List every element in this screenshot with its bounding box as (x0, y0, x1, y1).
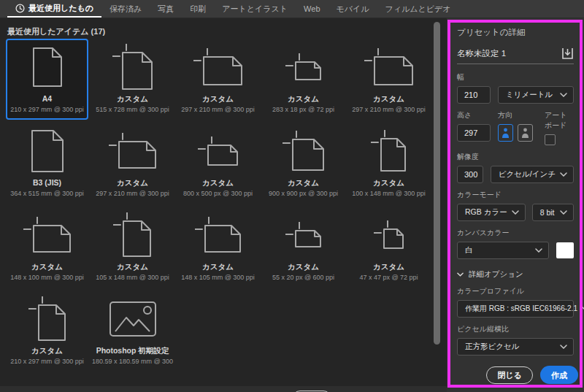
preset-item[interactable]: カスタム900 x 900 px @ 300 ppi (262, 123, 345, 204)
tab-mobile[interactable]: モバイル (328, 0, 377, 18)
color-mode-value: RGB カラー (465, 207, 507, 218)
document-cropmarks-icon (7, 208, 87, 262)
tab-web[interactable]: Web (296, 0, 328, 18)
clock-icon (15, 4, 25, 13)
resolution-unit-dropdown[interactable]: ピクセル/インチ (491, 166, 574, 183)
orientation-landscape-button[interactable] (518, 124, 533, 142)
document-cropmarks-icon (7, 292, 87, 346)
tab-film-video[interactable]: フィルムとビデオ (377, 0, 459, 18)
tab-print[interactable]: 印刷 (182, 0, 214, 18)
document-cropmarks-icon (93, 208, 172, 262)
preset-item[interactable]: カスタム148 x 105 mm @ 300 ppi (177, 207, 259, 288)
tab-label: モバイル (337, 4, 369, 15)
preset-item[interactable]: カスタム297 x 210 mm @ 300 ppi (91, 123, 174, 204)
preset-item-dimensions: 800 x 500 px @ 300 ppi (183, 190, 253, 197)
preset-item[interactable]: カスタム800 x 500 px @ 300 ppi (177, 123, 259, 204)
pixel-ratio-label: ピクセル縦横比 (457, 324, 574, 334)
chevron-down-icon (560, 172, 567, 177)
tab-label: フィルムとビデオ (385, 4, 451, 15)
advanced-options-toggle[interactable]: 詳細オプション (457, 269, 574, 280)
tab-label: 写真 (158, 4, 174, 15)
orientation-label: 方向 (498, 110, 533, 120)
resolution-label: 解像度 (457, 152, 574, 162)
preset-item[interactable]: カスタム297 x 210 mm @ 300 ppi (177, 39, 259, 120)
recent-items-header: 最近使用したアイテム (17) (7, 26, 105, 37)
preset-item-dimensions: 297 x 210 mm @ 300 ppi (352, 106, 426, 113)
document-icon (7, 40, 87, 94)
preset-item-name: カスタム (202, 262, 234, 272)
advanced-options-label: 詳細オプション (469, 269, 523, 280)
artboard-checkbox[interactable] (545, 134, 556, 145)
tab-saved[interactable]: 保存済み (101, 0, 150, 18)
preset-item[interactable]: カスタム515 x 728 mm @ 300 ppi (91, 39, 174, 120)
panel-title: プリセットの詳細 (457, 27, 574, 38)
preset-item-name: Photoshop 初期設定 (96, 346, 169, 356)
preset-item-dimensions: 297 x 210 mm @ 300 ppi (96, 190, 169, 197)
chevron-down-icon (512, 210, 519, 215)
color-mode-dropdown[interactable]: RGB カラー (457, 204, 526, 221)
preset-item-dimensions: 148 x 100 mm @ 300 ppi (10, 274, 84, 281)
height-input[interactable]: 297 (457, 124, 491, 142)
orientation-portrait-button[interactable] (498, 124, 513, 142)
pixel-ratio-dropdown[interactable]: 正方形ピクセル (457, 338, 574, 356)
document-cropmarks-icon (178, 124, 258, 178)
color-profile-dropdown[interactable]: 作業用 RGB : sRGB IEC61966-2.1 (457, 300, 574, 318)
preset-item[interactable]: カスタム105 x 148 mm @ 300 ppi (91, 207, 174, 288)
preset-item-name: カスタム (373, 178, 404, 188)
vertical-scrollbar[interactable] (434, 22, 440, 345)
pixel-ratio-value: 正方形ピクセル (465, 342, 519, 352)
preset-item-dimensions: 105 x 148 mm @ 300 ppi (96, 274, 169, 281)
document-cropmarks-icon (264, 40, 343, 94)
portrait-figure-icon (502, 128, 510, 138)
preset-item-dimensions: 297 x 210 mm @ 300 ppi (181, 106, 255, 113)
document-cropmarks-icon (178, 208, 258, 262)
save-preset-icon[interactable] (561, 47, 574, 59)
preset-item-dimensions: 900 x 900 px @ 300 ppi (269, 190, 338, 197)
tab-label: 保存済み (110, 4, 142, 15)
preset-item-name: カスタム (31, 262, 63, 272)
preset-item-name: カスタム (288, 94, 319, 104)
document-icon (7, 124, 87, 178)
close-button[interactable]: 閉じる (486, 366, 533, 384)
preset-item-dimensions: 515 x 728 mm @ 300 ppi (96, 106, 169, 113)
document-cropmarks-icon (93, 40, 172, 94)
canvas-color-dropdown[interactable]: 白 (457, 242, 549, 259)
create-button[interactable]: 作成 (540, 366, 578, 384)
tab-label: 最近使用したもの (28, 3, 93, 14)
document-cropmarks-icon (349, 208, 429, 262)
preset-item[interactable]: Photoshop 初期設定180.59 x 180.59 mm @ 300 (91, 291, 174, 372)
preset-item[interactable]: A4210 x 297 mm @ 300 ppi (6, 39, 88, 120)
preset-item-dimensions: 364 x 515 mm @ 300 ppi (10, 190, 84, 197)
artboard-label: アートボード (545, 110, 574, 131)
preset-item[interactable]: カスタム55 x 20 px @ 600 ppi (262, 207, 345, 288)
preset-item[interactable]: カスタム283 x 18 px @ 72 ppi (262, 39, 345, 120)
canvas-color-label: カンバスカラー (457, 228, 574, 238)
preset-item-dimensions: 180.59 x 180.59 mm @ 300 (92, 358, 173, 365)
preset-item-dimensions: 55 x 20 px @ 600 ppi (272, 274, 334, 281)
preset-item-dimensions: 148 x 105 mm @ 300 ppi (181, 274, 255, 281)
preset-item[interactable]: B3 (JIS)364 x 515 mm @ 300 ppi (6, 123, 88, 204)
preset-item-name: カスタム (117, 94, 148, 104)
resolution-input[interactable]: 300 (457, 166, 483, 183)
preset-item[interactable]: カスタム297 x 210 mm @ 300 ppi (347, 39, 430, 120)
tab-art-illustration[interactable]: アートとイラスト (214, 0, 296, 18)
height-label: 高さ (457, 110, 491, 120)
preset-item[interactable]: カスタム100 x 148 mm @ 300 ppi (347, 123, 430, 204)
bit-depth-dropdown[interactable]: 8 bit (532, 204, 574, 221)
preset-item[interactable]: カスタム210 x 297 mm @ 300 ppi (6, 291, 88, 372)
preset-category-tabbar: 最近使用したもの保存済み写真印刷アートとイラストWebモバイルフィルムとビデオ (0, 0, 584, 18)
width-unit-dropdown[interactable]: ミリメートル (498, 86, 574, 104)
width-input[interactable]: 210 (457, 86, 491, 104)
document-cropmarks-icon (264, 208, 343, 262)
preset-item[interactable]: カスタム47 x 47 px @ 72 ppi (347, 207, 430, 288)
document-name-input[interactable]: 名称未設定 1 (457, 48, 506, 59)
canvas-color-swatch[interactable] (556, 242, 574, 258)
landscape-figure-icon (521, 128, 529, 138)
preset-item-name: カスタム (202, 94, 234, 104)
preset-item-name: カスタム (288, 178, 319, 188)
document-cropmarks-icon (178, 40, 258, 94)
tab-photo[interactable]: 写真 (150, 0, 182, 18)
preset-item[interactable]: カスタム148 x 100 mm @ 300 ppi (6, 207, 88, 288)
recent-items-section: 最近使用したアイテム (17) A4210 x 297 mm @ 300 ppi… (0, 18, 447, 368)
tab-recent[interactable]: 最近使用したもの (7, 0, 101, 18)
